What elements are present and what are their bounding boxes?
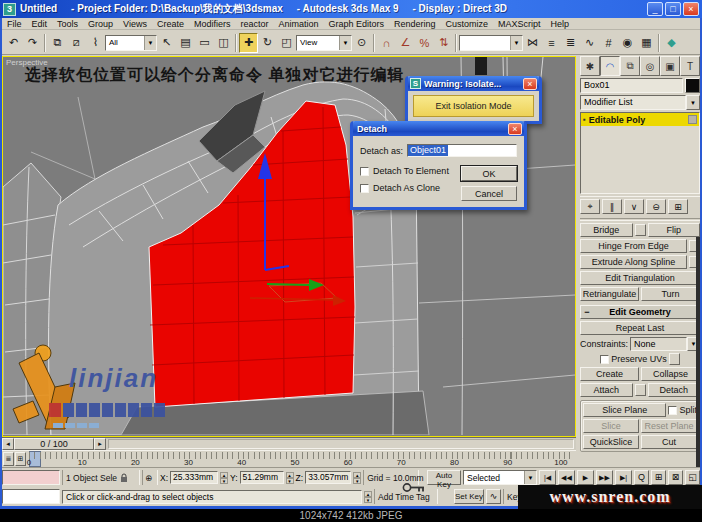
menu-modifiers[interactable]: Modifiers (189, 19, 236, 29)
detach-as-clone-checkbox[interactable] (360, 184, 369, 193)
select-by-name-icon[interactable]: ▤ (176, 33, 195, 53)
previous-frame-arrow[interactable]: ◂ (2, 438, 14, 450)
detach-to-element-checkbox[interactable] (360, 167, 369, 176)
go-to-start-button[interactable]: |◀ (539, 470, 556, 485)
detach-dialog-titlebar[interactable]: Detach × (353, 121, 524, 136)
select-and-move-icon[interactable]: ✚ (239, 33, 258, 53)
rectangular-region-icon[interactable]: ▭ (195, 33, 214, 53)
dropdown-arrow-icon[interactable]: ▼ (339, 36, 351, 50)
zoom-viewport-button[interactable]: Q (634, 470, 649, 485)
make-unique-icon[interactable]: ∨ (624, 199, 644, 214)
redo-icon[interactable]: ↷ (23, 33, 42, 53)
flip-button[interactable]: Flip (648, 223, 701, 237)
menu-graph-editors[interactable]: Graph Editors (324, 19, 390, 29)
menu-maxscript[interactable]: MAXScript (493, 19, 546, 29)
detach-as-input[interactable]: Object01 (407, 144, 517, 157)
time-slider-track[interactable] (108, 439, 574, 449)
dropdown-arrow-icon[interactable]: ▼ (686, 95, 700, 110)
next-key-button[interactable]: ▶▶ (596, 470, 613, 485)
snap-toggle-icon[interactable]: ∩ (377, 33, 396, 53)
menu-rendering[interactable]: Rendering (389, 19, 441, 29)
maxscript-mini-listener-white[interactable] (2, 489, 60, 504)
absolute-mode-toggle[interactable]: ⊕ (142, 470, 158, 485)
tab-modify-icon[interactable]: ◠ (600, 56, 620, 76)
menu-animation[interactable]: Animation (273, 19, 323, 29)
create-button[interactable]: Create (580, 367, 639, 381)
stack-item-toggle[interactable] (688, 115, 697, 124)
tab-motion-icon[interactable]: ◎ (640, 56, 660, 76)
mirror-icon[interactable]: ⋈ (523, 33, 542, 53)
modifier-list-dropdown[interactable]: Modifier List ▼ (580, 95, 700, 110)
isolate-dialog-titlebar[interactable]: S Warning: Isolate... × (408, 76, 539, 91)
edit-triangulation-button[interactable]: Edit Triangulation (580, 271, 700, 285)
unlink-icon[interactable]: ⧄ (67, 33, 86, 53)
stack-item-editable-poly[interactable]: ▪ Editable Poly (581, 113, 699, 126)
use-center-icon[interactable]: ⊙ (352, 33, 371, 53)
attach-settings-button[interactable] (635, 384, 646, 396)
reference-coordinate-dropdown[interactable]: View ▼ (296, 35, 352, 51)
edit-geometry-rollout[interactable]: − Edit Geometry (580, 305, 700, 319)
spinner-snap-icon[interactable]: ⇅ (434, 33, 453, 53)
curve-editor-icon[interactable]: ∿ (580, 33, 599, 53)
bind-spacewarp-icon[interactable]: ⌇ (86, 33, 105, 53)
material-editor-icon[interactable]: ◉ (618, 33, 637, 53)
menu-tools[interactable]: Tools (52, 19, 83, 29)
menu-create[interactable]: Create (152, 19, 189, 29)
cut-button[interactable]: Cut (641, 435, 697, 449)
time-spinner[interactable]: ▴▾ (364, 491, 372, 503)
dropdown-arrow-icon[interactable]: ▼ (144, 36, 156, 50)
set-key-button[interactable]: Set Key (454, 489, 484, 504)
y-coord-field[interactable]: 51.29mm (240, 471, 284, 484)
collapse-button[interactable]: Collapse (641, 367, 700, 381)
x-coord-field[interactable]: 25.333mm (170, 471, 218, 484)
selection-lock-icon[interactable] (120, 473, 128, 483)
bridge-settings-button[interactable] (635, 224, 646, 236)
ok-button[interactable]: OK (461, 166, 517, 181)
quick-render-icon[interactable]: ◆ (662, 33, 681, 53)
menu-edit[interactable]: Edit (27, 19, 53, 29)
auto-key-button[interactable]: Auto Key (427, 470, 461, 485)
menu-customize[interactable]: Customize (441, 19, 494, 29)
pin-stack-icon[interactable]: ⌖ (580, 199, 600, 214)
dropdown-arrow-icon[interactable]: ▼ (510, 36, 522, 50)
select-object-icon[interactable]: ↖ (157, 33, 176, 53)
key-mode-dropdown[interactable]: Selected ▼ (463, 470, 537, 485)
attach-button[interactable]: Attach (580, 383, 633, 397)
detach-button[interactable]: Detach (648, 383, 701, 397)
y-spinner[interactable]: ▴▾ (286, 472, 294, 484)
maximize-viewport-button[interactable]: ◱ (685, 470, 700, 485)
go-to-end-button[interactable]: ▶| (615, 470, 632, 485)
previous-key-button[interactable]: ◀◀ (558, 470, 575, 485)
quickslice-button[interactable]: QuickSlice (583, 435, 639, 449)
zoom-all-button[interactable]: ⊞ (651, 470, 666, 485)
detach-close-icon[interactable]: × (508, 123, 522, 135)
menu-group[interactable]: Group (83, 19, 118, 29)
tab-utilities-icon[interactable]: T (680, 56, 700, 76)
key-mode-toggle-icon[interactable]: ∿ (486, 489, 501, 504)
selection-filter-dropdown[interactable]: All ▼ (105, 35, 157, 51)
menu-file[interactable]: File (2, 19, 27, 29)
preserve-uvs-settings-button[interactable] (669, 353, 680, 365)
angle-snap-icon[interactable]: ∠ (396, 33, 415, 53)
schematic-view-icon[interactable]: # (599, 33, 618, 53)
isolate-close-icon[interactable]: × (523, 78, 537, 90)
play-button[interactable]: ▶ (577, 470, 594, 485)
open-mini-curve-editor-button[interactable]: ≣ (3, 452, 14, 466)
tab-create-icon[interactable]: ✱ (580, 56, 600, 76)
maxscript-mini-listener-pink[interactable] (2, 470, 60, 485)
z-coord-field[interactable]: 33.057mm (305, 471, 351, 484)
retriangulate-button[interactable]: Retriangulate (580, 287, 639, 301)
select-and-scale-icon[interactable]: ◰ (277, 33, 296, 53)
align-icon[interactable]: ≡ (542, 33, 561, 53)
configure-modifier-sets-icon[interactable]: ⊞ (668, 199, 688, 214)
render-setup-icon[interactable]: ▦ (637, 33, 656, 53)
split-checkbox[interactable] (668, 406, 677, 415)
exit-isolation-mode-button[interactable]: Exit Isolation Mode (413, 95, 534, 117)
menu-help[interactable]: Help (546, 19, 575, 29)
tab-hierarchy-icon[interactable]: ⧉ (620, 56, 640, 76)
crossing-selection-icon[interactable]: ◫ (214, 33, 233, 53)
menu-views[interactable]: Views (118, 19, 152, 29)
extrude-along-spline-button[interactable]: Extrude Along Spline (580, 255, 687, 269)
time-slider-button[interactable]: 0 / 100 (14, 438, 94, 450)
undo-icon[interactable]: ↶ (4, 33, 23, 53)
